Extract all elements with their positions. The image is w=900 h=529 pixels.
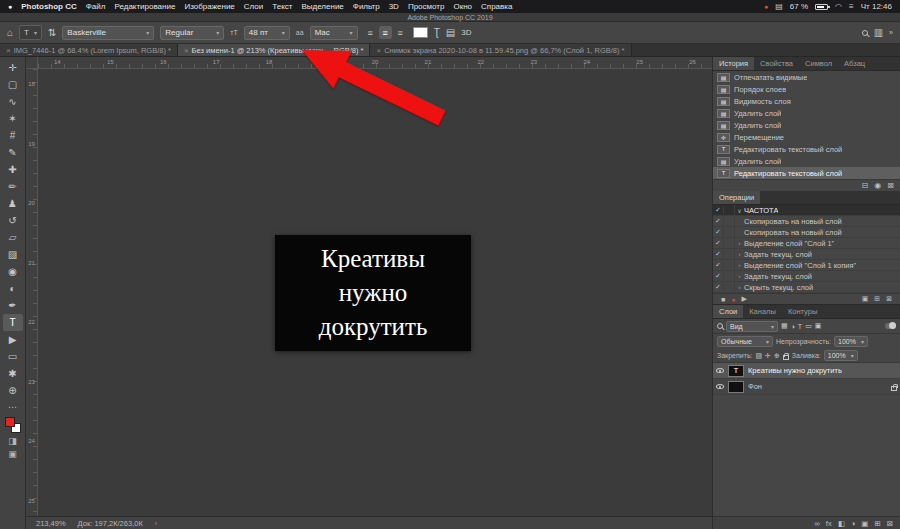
- action-check-icon[interactable]: ✓: [713, 250, 724, 258]
- layer-style-fx-icon[interactable]: fx: [826, 519, 832, 528]
- blend-mode-select[interactable]: Обычные ▾: [717, 336, 773, 347]
- action-dialog-toggle[interactable]: [724, 238, 735, 248]
- healing-brush-tool[interactable]: ✚: [3, 161, 23, 178]
- new-document-from-state-icon[interactable]: ⊟: [862, 181, 869, 190]
- zoom-level-field[interactable]: 213,49%: [36, 519, 66, 528]
- delete-action-icon[interactable]: ⊠: [886, 295, 892, 303]
- expand-icon[interactable]: ›: [735, 240, 744, 246]
- warp-text-icon[interactable]: Ʈ: [434, 28, 440, 38]
- menu-help[interactable]: Справка: [481, 2, 512, 11]
- edit-toolbar-icon[interactable]: ⋯: [8, 402, 17, 412]
- app-menu-title[interactable]: Photoshop CC: [21, 2, 77, 11]
- rectangular-marquee-tool[interactable]: ▢: [3, 76, 23, 93]
- brush-tool[interactable]: ✏: [3, 178, 23, 195]
- layer-filter-toggle[interactable]: [885, 323, 896, 329]
- text-orientation-icon[interactable]: ⇅: [48, 28, 56, 38]
- 3d-button[interactable]: 3D: [461, 28, 471, 37]
- type-tool[interactable]: T: [3, 314, 23, 331]
- toggle-panels-icon[interactable]: ▤: [446, 28, 455, 38]
- control-center-icon[interactable]: ≡: [849, 2, 854, 11]
- menu-view[interactable]: Просмотр: [408, 2, 445, 11]
- action-dialog-toggle[interactable]: [724, 205, 735, 215]
- history-item[interactable]: ▤ Удалить слой: [713, 107, 900, 119]
- delete-layer-icon[interactable]: ⊠: [887, 519, 893, 528]
- status-chevron-icon[interactable]: ›: [155, 520, 157, 527]
- action-item[interactable]: ✓ Скопировать на новый слой: [713, 216, 900, 227]
- dodge-tool[interactable]: ◐: [3, 280, 23, 297]
- new-group-icon[interactable]: ▣: [861, 519, 868, 528]
- status-dot-icon[interactable]: ●: [764, 3, 768, 10]
- action-dialog-toggle[interactable]: [724, 216, 735, 226]
- tab-paragraph[interactable]: Абзац: [838, 57, 871, 70]
- delete-state-icon[interactable]: ⊠: [887, 181, 894, 190]
- color-swatches[interactable]: [5, 417, 21, 433]
- action-dialog-toggle[interactable]: [724, 249, 735, 259]
- add-layer-mask-icon[interactable]: ◧: [838, 519, 845, 528]
- screen-mode-icon[interactable]: ▣: [8, 449, 17, 459]
- clone-stamp-tool[interactable]: ♟: [3, 195, 23, 212]
- font-size-select[interactable]: 48 пт ▾: [244, 26, 290, 40]
- expand-icon[interactable]: ›: [735, 273, 744, 279]
- blur-tool[interactable]: ◉: [3, 263, 23, 280]
- menu-window[interactable]: Окно: [453, 2, 472, 11]
- close-icon[interactable]: ×: [6, 46, 11, 55]
- document-tab-active[interactable]: × Без имени-1 @ 213% (Креативы нужн..., …: [178, 44, 371, 56]
- layer-name[interactable]: Фон: [748, 382, 887, 391]
- filter-adjustment-layers-icon[interactable]: ◑: [791, 323, 795, 330]
- action-item[interactable]: ✓ › Выделение слой "Слой 1": [713, 238, 900, 249]
- action-item[interactable]: ✓ Скопировать на новый слой: [713, 227, 900, 238]
- action-check-icon[interactable]: ✓: [713, 261, 724, 269]
- history-item[interactable]: ▤ Удалить слой: [713, 155, 900, 167]
- begin-recording-icon[interactable]: ●: [731, 296, 735, 303]
- action-set-row[interactable]: ✓ ∨ ЧАСТОТА: [713, 205, 900, 216]
- menu-bar-clock[interactable]: Чт 12:46: [861, 2, 892, 11]
- action-check-icon[interactable]: ✓: [713, 217, 724, 225]
- menu-type[interactable]: Текст: [272, 2, 292, 11]
- tab-channels[interactable]: Каналы: [743, 305, 782, 318]
- close-icon[interactable]: ×: [184, 46, 189, 55]
- stop-playing-icon[interactable]: ■: [721, 296, 725, 303]
- menu-select[interactable]: Выделение: [301, 2, 343, 11]
- history-item[interactable]: ▤ Порядок слоев: [713, 83, 900, 95]
- chevrons-icon[interactable]: »: [889, 29, 893, 36]
- wifi-icon[interactable]: ◠: [835, 2, 842, 11]
- history-item[interactable]: ▤ Отпечатать видимые: [713, 71, 900, 83]
- lock-image-pixels-icon[interactable]: ✛: [765, 352, 771, 360]
- action-item[interactable]: ✓ › Выделение слой "Слой 1 копия": [713, 260, 900, 271]
- anti-alias-select[interactable]: Mac ▾: [310, 26, 358, 40]
- visibility-eye-icon[interactable]: [716, 384, 724, 389]
- font-style-select[interactable]: Regular ▾: [160, 26, 224, 40]
- expand-icon[interactable]: ›: [735, 284, 744, 290]
- move-tool[interactable]: ✛: [3, 59, 23, 76]
- menu-file[interactable]: Файл: [86, 2, 106, 11]
- text-color-swatch[interactable]: [413, 27, 428, 38]
- expand-open-icon[interactable]: ∨: [735, 207, 744, 214]
- eyedropper-tool[interactable]: ✎: [3, 144, 23, 161]
- action-dialog-toggle[interactable]: [724, 282, 735, 292]
- document-tab[interactable]: × Снимок экрана 2020-10-08 в 11.59.45.pn…: [370, 44, 631, 56]
- lock-all-icon[interactable]: [783, 355, 789, 360]
- font-family-select[interactable]: Baskerville ▾: [62, 26, 154, 40]
- action-check-icon[interactable]: ✓: [713, 283, 724, 291]
- tab-paths[interactable]: Контуры: [782, 305, 823, 318]
- fill-select[interactable]: 100% ▾: [824, 350, 858, 361]
- document-tab[interactable]: × IMG_7446-1 @ 68.4% (Lorem Ipsum, RGB/8…: [0, 44, 178, 56]
- lock-position-icon[interactable]: ⊕: [774, 352, 780, 360]
- path-selection-tool[interactable]: ▶: [3, 331, 23, 348]
- new-layer-icon[interactable]: ⊞: [874, 519, 880, 528]
- menu-image[interactable]: Изображение: [184, 2, 234, 11]
- new-action-icon[interactable]: ⊞: [874, 295, 880, 303]
- lasso-tool[interactable]: ∿: [3, 93, 23, 110]
- zoom-tool[interactable]: ⊕: [3, 382, 23, 399]
- eraser-tool[interactable]: ▱: [3, 229, 23, 246]
- action-dialog-toggle[interactable]: [724, 260, 735, 270]
- visibility-eye-icon[interactable]: [716, 368, 724, 373]
- tab-actions[interactable]: Операции: [713, 191, 760, 204]
- layer-filter-select[interactable]: Вид ▾: [726, 321, 778, 332]
- action-check-icon[interactable]: ✓: [713, 272, 724, 280]
- quick-mask-icon[interactable]: ◨: [8, 436, 17, 446]
- crop-tool[interactable]: #: [3, 127, 23, 144]
- quick-selection-tool[interactable]: ✶: [3, 110, 23, 127]
- home-icon[interactable]: ⌂: [7, 28, 13, 38]
- tab-character[interactable]: Символ: [799, 57, 838, 70]
